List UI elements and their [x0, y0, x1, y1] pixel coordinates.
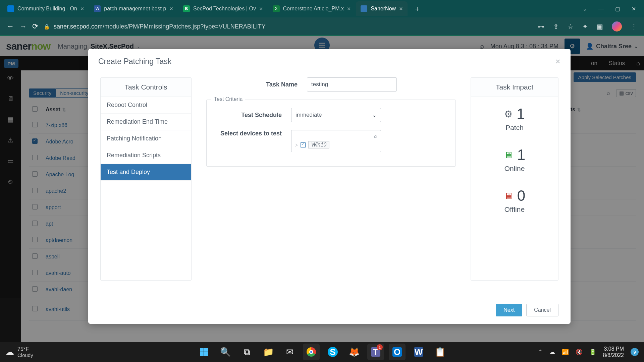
close-icon[interactable]: × [259, 5, 263, 12]
back-icon[interactable]: ← [7, 22, 14, 31]
notepad-icon[interactable]: 📋 [432, 344, 448, 360]
weather-temp: 75°F [17, 346, 33, 352]
svg-rect-12 [204, 352, 208, 356]
tab-cornerstone[interactable]: X Cornerstone Article_PM.x × [268, 1, 356, 16]
forward-icon[interactable]: → [19, 22, 27, 31]
svg-rect-10 [204, 348, 208, 352]
cancel-button[interactable]: Cancel [526, 304, 558, 316]
test-criteria-fieldset: Test Criteria Test Schedule immediate ⌄ … [206, 100, 456, 167]
tab-secpod[interactable]: B SecPod Technologies | Ov × [178, 1, 268, 16]
avatar[interactable] [612, 21, 622, 32]
address-bar: ← → ⟳ 🔒 saner.secpod.com/modules/PM/PMmi… [0, 17, 644, 36]
kebab-icon[interactable]: ⋮ [631, 22, 637, 31]
chevron-down-icon: ⌄ [372, 112, 377, 119]
task-impact-panel: Task Impact ⚙1Patch🖥1Online🖥0Offline [471, 77, 558, 281]
weather-cond: Cloudy [17, 352, 33, 358]
gear-icon: ⚙ [504, 109, 513, 120]
weather-widget[interactable]: ☁ 75°F Cloudy [5, 346, 33, 358]
close-window-icon[interactable]: ✕ [632, 6, 636, 12]
date: 8/8/2022 [603, 352, 624, 358]
task-control-item[interactable]: Reboot Control [101, 97, 191, 114]
teams-icon[interactable]: T1 [367, 344, 384, 360]
device-search-icon[interactable]: ⌕ [295, 133, 377, 139]
window-controls: ⌄ ― ▢ ✕ [583, 6, 641, 12]
tab-title: patch managemnet best p [104, 6, 166, 12]
word-icon: W [94, 5, 101, 12]
schedule-value: immediate [296, 112, 322, 118]
tree-checkbox[interactable] [301, 142, 306, 147]
bitrix-icon: B [183, 5, 190, 12]
green-icon: 🖥 [504, 149, 513, 161]
reload-icon[interactable]: ⟳ [32, 22, 38, 31]
svg-rect-9 [200, 348, 204, 352]
task-control-item[interactable]: Test and Deploy [101, 164, 191, 181]
fieldset-legend: Test Criteria [211, 96, 245, 102]
volume-icon[interactable]: 🔇 [576, 349, 583, 356]
chrome-icon[interactable] [303, 344, 320, 360]
impact-number: 0 [517, 187, 525, 204]
url-field[interactable]: 🔒 saner.secpod.com/modules/PM/PMmissingP… [44, 23, 532, 30]
close-icon[interactable]: × [80, 5, 84, 12]
wifi-icon[interactable]: 📶 [562, 349, 569, 356]
tree-row-win10[interactable]: ▷ Win10 [295, 141, 377, 148]
maximize-icon[interactable]: ▢ [615, 6, 620, 12]
close-icon[interactable]: × [555, 56, 560, 67]
explorer-icon[interactable]: 📁 [260, 344, 277, 360]
impact-block: 🖥1Online [471, 138, 558, 179]
mail-icon[interactable]: ✉ [281, 344, 298, 360]
panel-icon[interactable]: ▣ [597, 22, 603, 31]
lock-icon: 🔒 [44, 24, 50, 29]
tab-patch-mgmt[interactable]: W patch managemnet best p × [89, 1, 178, 16]
word-icon[interactable]: W [410, 344, 427, 360]
taskbar-tray: ⌃ ☁ 📶 🔇 🔋 3:08 PM 8/8/2022 9 [538, 346, 639, 358]
modal-footer: Next Cancel [496, 304, 558, 316]
taskbar-apps: 🔍 ⧉ 📁 ✉ S 🦊 T1 O W 📋 [196, 344, 448, 360]
next-button[interactable]: Next [496, 304, 522, 316]
task-control-item[interactable]: Remediation End Time [101, 114, 191, 130]
tree-label: Win10 [308, 141, 329, 148]
share-icon[interactable]: ⇪ [553, 22, 559, 31]
expand-icon[interactable]: ▷ [295, 142, 298, 147]
star-icon[interactable]: ☆ [568, 22, 574, 31]
impact-label: Patch [471, 124, 558, 132]
key-icon[interactable]: ⊶ [538, 22, 544, 31]
sanernow-icon [361, 5, 367, 12]
skype-icon[interactable]: S [324, 344, 341, 360]
task-control-item[interactable]: Patching Notification [101, 130, 191, 147]
chevron-up-icon[interactable]: ⌃ [538, 349, 543, 356]
task-name-input[interactable] [307, 77, 397, 92]
task-view-button[interactable]: ⧉ [238, 344, 255, 360]
tab-community[interactable]: Community Building - On × [3, 1, 89, 16]
impact-label: Offline [471, 205, 558, 214]
impact-title: Task Impact [471, 78, 558, 97]
close-icon[interactable]: × [169, 5, 173, 12]
task-control-item[interactable]: Remediation Scripts [101, 147, 191, 164]
modal-body: Task Controls Reboot ControlRemediation … [88, 73, 571, 287]
clock[interactable]: 3:08 PM 8/8/2022 [603, 346, 624, 358]
url-domain: saner.secpod.com [54, 23, 103, 30]
extensions-icon[interactable]: ✦ [582, 22, 588, 31]
browser-tab-strip: Community Building - On × W patch manage… [0, 0, 644, 17]
tab-title: SanerNow [371, 6, 396, 12]
outlook-icon[interactable]: O [389, 344, 406, 360]
battery-icon[interactable]: 🔋 [589, 349, 596, 356]
start-button[interactable] [196, 344, 212, 360]
cloud-icon: ☁ [5, 347, 14, 357]
modal-header: Create Patching Task × [88, 49, 571, 73]
tab-sanernow[interactable]: SanerNow × [356, 1, 407, 16]
schedule-select[interactable]: immediate ⌄ [291, 108, 381, 122]
modal-title: Create Patching Task [98, 57, 171, 66]
firefox-icon[interactable]: 🦊 [346, 344, 363, 360]
impact-number: 1 [517, 146, 525, 163]
schedule-label: Test Schedule [213, 112, 291, 119]
minimize-icon[interactable]: ― [598, 6, 604, 12]
search-button[interactable]: 🔍 [217, 344, 234, 360]
chevron-down-icon[interactable]: ⌄ [583, 6, 587, 12]
schedule-row: Test Schedule immediate ⌄ [213, 108, 449, 122]
notification-count[interactable]: 9 [631, 348, 639, 356]
new-tab-button[interactable]: ＋ [408, 4, 426, 14]
close-icon[interactable]: × [399, 5, 403, 12]
close-icon[interactable]: × [347, 5, 351, 12]
impact-number: 1 [517, 106, 525, 122]
onedrive-icon[interactable]: ☁ [549, 349, 555, 356]
